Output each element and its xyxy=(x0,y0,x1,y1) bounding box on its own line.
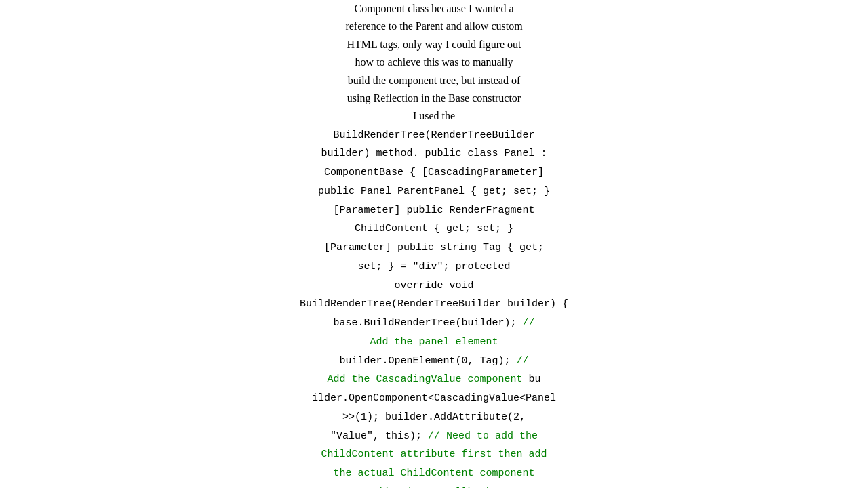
line-7: I used the xyxy=(136,107,732,125)
line-23: >>(1); builder.AddAttribute(2, xyxy=(136,407,732,426)
line-27: // using a callback xyxy=(136,483,732,488)
line-24: "Value", this); // Need to add the xyxy=(136,426,732,445)
line-11: public Panel ParentPanel { get; set; } xyxy=(136,182,732,201)
text-block: Component class because I wanted a refer… xyxy=(136,0,732,488)
line-6: using Reflection in the Base constructor xyxy=(136,89,732,107)
line-1: Component class because I wanted a xyxy=(136,0,732,18)
line-18: base.BuildRenderTree(builder); // xyxy=(136,313,732,332)
line-17: BuildRenderTree(RenderTreeBuilder builde… xyxy=(136,294,732,313)
line-15: set; } = "div"; protected xyxy=(136,257,732,276)
line-25: ChildContent attribute first then add xyxy=(136,445,732,464)
line-12: [Parameter] public RenderFragment xyxy=(136,201,732,220)
line-10: ComponentBase { [CascadingParameter] xyxy=(136,163,732,182)
main-content: Component class because I wanted a refer… xyxy=(0,0,868,488)
line-8: BuildRenderTree(RenderTreeBuilder xyxy=(136,125,732,144)
line-3: HTML tags, only way I could figure out xyxy=(136,36,732,54)
line-22: ilder.OpenComponent<CascadingValue<Panel xyxy=(136,388,732,407)
line-14: [Parameter] public string Tag { get; xyxy=(136,238,732,257)
line-20: builder.OpenElement(0, Tag); // xyxy=(136,351,732,370)
line-19: Add the panel element xyxy=(136,332,732,351)
line-13: ChildContent { get; set; } xyxy=(136,219,732,238)
line-2: reference to the Parent and allow custom xyxy=(136,18,732,35)
line-9: builder) method. public class Panel : xyxy=(136,144,732,163)
line-4: how to achieve this was to manually xyxy=(136,54,732,71)
line-16: override void xyxy=(136,276,732,295)
line-5: build the component tree, but instead of xyxy=(136,72,732,89)
line-21: Add the CascadingValue component bu xyxy=(136,369,732,388)
line-26: the actual ChildContent component xyxy=(136,464,732,483)
